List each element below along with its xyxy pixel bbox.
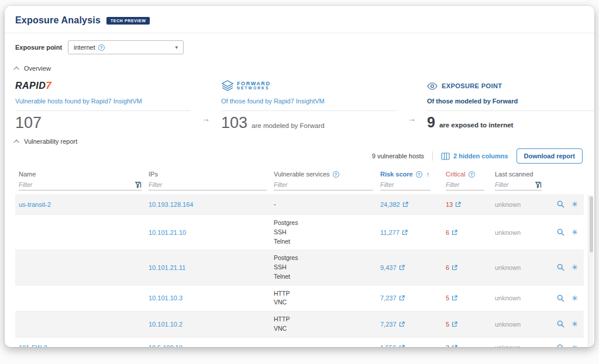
host-ip-link[interactable]: 10.101.10.3 bbox=[149, 294, 183, 301]
column-header-critical[interactable]: Critical ? bbox=[442, 168, 491, 179]
divider bbox=[15, 110, 191, 111]
chevron-down-icon: ▾ bbox=[175, 44, 178, 50]
external-link-icon[interactable] bbox=[455, 202, 461, 207]
column-header-services[interactable]: Vulnerable services ? bbox=[270, 168, 377, 179]
ips-filter-input[interactable] bbox=[149, 180, 267, 190]
external-link-icon[interactable] bbox=[399, 345, 405, 347]
external-link-icon[interactable] bbox=[452, 265, 457, 271]
search-icon[interactable] bbox=[557, 200, 564, 208]
network-snowflake-icon[interactable]: ✳ bbox=[572, 228, 578, 236]
last-scanned-filter-input[interactable] bbox=[495, 180, 535, 190]
last-scanned-cell: unknown bbox=[491, 226, 545, 240]
help-icon[interactable]: ? bbox=[333, 171, 339, 178]
search-icon[interactable] bbox=[557, 344, 564, 348]
report-toolbar: 9 vulnerable hosts 2 hidden columns Down… bbox=[5, 147, 594, 168]
name-filter-input[interactable] bbox=[19, 180, 135, 190]
table-row[interactable]: 10.101.10.2 HTTP VNC 7,237 5 unknown ✳ bbox=[15, 311, 584, 338]
vulnerability-report-section-toggle[interactable]: Vulnerability report bbox=[5, 133, 594, 147]
column-header-name[interactable]: Name bbox=[15, 168, 145, 179]
critical-filter-input[interactable] bbox=[446, 180, 484, 190]
rapid7-logo-seven: 7 bbox=[46, 80, 51, 92]
table-row[interactable]: 10.101.10.3 HTTP VNC 7,237 5 unknown ✳ bbox=[15, 286, 584, 312]
download-report-button[interactable]: Download report bbox=[517, 148, 583, 164]
services-filter-input[interactable] bbox=[274, 180, 373, 190]
network-snowflake-icon[interactable]: ✳ bbox=[572, 200, 578, 208]
risk-score-value[interactable]: 24,382 bbox=[380, 201, 400, 208]
table-scrollbar[interactable] bbox=[588, 195, 593, 347]
external-link-icon[interactable] bbox=[452, 230, 457, 235]
host-ip-link[interactable]: 10.101.21.11 bbox=[149, 264, 185, 271]
critical-count-value[interactable]: 5 bbox=[446, 294, 449, 301]
critical-count-value[interactable]: 5 bbox=[446, 321, 449, 328]
scrollbar-thumb[interactable] bbox=[590, 196, 593, 252]
critical-count-value[interactable]: 13 bbox=[446, 201, 453, 208]
external-link-icon[interactable] bbox=[399, 265, 405, 271]
hidden-columns-label: 2 hidden columns bbox=[453, 152, 508, 160]
table-row[interactable]: 10.101.21.10 Postgres SSH Telnet 11,277 … bbox=[15, 215, 584, 250]
column-header-risk-score[interactable]: Risk score ? ↑ bbox=[377, 168, 442, 179]
network-snowflake-icon[interactable]: ✳ bbox=[572, 264, 578, 271]
table-body: us-transit-2 10.193.128.164 - 24,382 13 … bbox=[15, 194, 584, 347]
critical-count-value[interactable]: 3 bbox=[446, 344, 449, 347]
critical-count-value[interactable]: 6 bbox=[446, 264, 449, 271]
exposure-point-select[interactable]: internet ? ▾ bbox=[68, 40, 184, 54]
critical-count-value[interactable]: 6 bbox=[446, 229, 449, 236]
search-icon[interactable] bbox=[557, 228, 564, 236]
help-icon[interactable]: ? bbox=[416, 171, 422, 178]
external-link-icon[interactable] bbox=[402, 230, 408, 235]
search-icon[interactable] bbox=[557, 294, 564, 302]
column-header-ips[interactable]: IPs bbox=[145, 168, 270, 179]
risk-score-value[interactable]: 7,237 bbox=[380, 294, 397, 301]
external-link-icon[interactable] bbox=[452, 345, 457, 347]
forward-diamond-icon bbox=[221, 80, 234, 92]
risk-score-value[interactable]: 1,556 bbox=[380, 344, 397, 347]
exposed-count: 9 bbox=[427, 114, 435, 131]
external-link-icon[interactable] bbox=[402, 202, 408, 207]
table-row[interactable]: 101-FW-2 10.5.100.10 1,556 3 unknown ✳ bbox=[15, 338, 584, 348]
network-snowflake-icon[interactable]: ✳ bbox=[572, 344, 578, 348]
search-icon[interactable] bbox=[557, 264, 564, 271]
table-row[interactable]: us-transit-2 10.193.128.164 - 24,382 13 … bbox=[15, 194, 584, 215]
host-name-link[interactable]: us-transit-2 bbox=[19, 201, 51, 208]
overview-section-toggle[interactable]: Overview bbox=[5, 60, 594, 74]
column-header-critical-label: Critical bbox=[446, 171, 466, 178]
table-row[interactable]: 10.101.21.11 Postgres SSH Telnet 9,437 6… bbox=[15, 250, 584, 285]
search-icon[interactable] bbox=[557, 320, 564, 328]
exposure-point-label: Exposure point bbox=[15, 44, 62, 51]
network-snowflake-icon[interactable]: ✳ bbox=[572, 294, 578, 302]
exposure-point-value: internet bbox=[74, 44, 95, 51]
flow-arrow-icon: → bbox=[191, 78, 221, 132]
table-header-row: Name IPs Vulnerable services ? Risk scor… bbox=[15, 168, 584, 179]
last-scanned-cell: unknown bbox=[491, 291, 545, 305]
external-link-icon[interactable] bbox=[399, 295, 405, 301]
help-icon[interactable]: ? bbox=[98, 44, 105, 51]
sort-ascending-icon[interactable]: ↑ bbox=[426, 171, 430, 178]
rapid7-logo: RAPID7 bbox=[15, 78, 191, 94]
chevron-up-icon bbox=[13, 66, 19, 72]
column-header-last-scanned[interactable]: Last scanned bbox=[491, 168, 545, 179]
page-header: Exposure Analysis TECH PREVIEW bbox=[5, 6, 594, 33]
help-icon[interactable]: ? bbox=[469, 171, 475, 178]
network-snowflake-icon[interactable]: ✳ bbox=[572, 320, 578, 328]
last-scanned-cell: unknown bbox=[491, 341, 545, 347]
risk-score-value[interactable]: 11,277 bbox=[380, 229, 400, 236]
hidden-columns-button[interactable]: 2 hidden columns bbox=[441, 152, 508, 160]
external-link-icon[interactable] bbox=[452, 295, 457, 301]
host-ip-link[interactable]: 10.101.10.2 bbox=[149, 321, 183, 328]
filter-icon[interactable] bbox=[135, 182, 142, 188]
flow-arrow-icon: → bbox=[397, 78, 427, 132]
exposure-point-panel-title: EXPOSURE POINT bbox=[442, 82, 502, 89]
external-link-icon[interactable] bbox=[452, 321, 457, 327]
rapid7-panel-subtitle: Vulnerable hosts found by Rapid7 Insight… bbox=[15, 98, 191, 107]
host-ip-link[interactable]: 10.5.100.10 bbox=[149, 344, 183, 347]
host-ip-link[interactable]: 10.101.21.10 bbox=[149, 229, 186, 236]
risk-score-value[interactable]: 9,437 bbox=[380, 264, 397, 271]
services-cell: Postgres SSH Telnet bbox=[270, 250, 377, 285]
risk-score-value[interactable]: 7,237 bbox=[380, 321, 397, 328]
external-link-icon[interactable] bbox=[399, 321, 405, 327]
host-name-link[interactable]: 101-FW-2 bbox=[19, 344, 47, 347]
forward-modeled-suffix: are modeled by Forward bbox=[252, 122, 325, 129]
filter-icon[interactable] bbox=[535, 182, 542, 188]
risk-score-filter-input[interactable] bbox=[380, 180, 431, 190]
host-ip-link[interactable]: 10.193.128.164 bbox=[149, 201, 193, 208]
